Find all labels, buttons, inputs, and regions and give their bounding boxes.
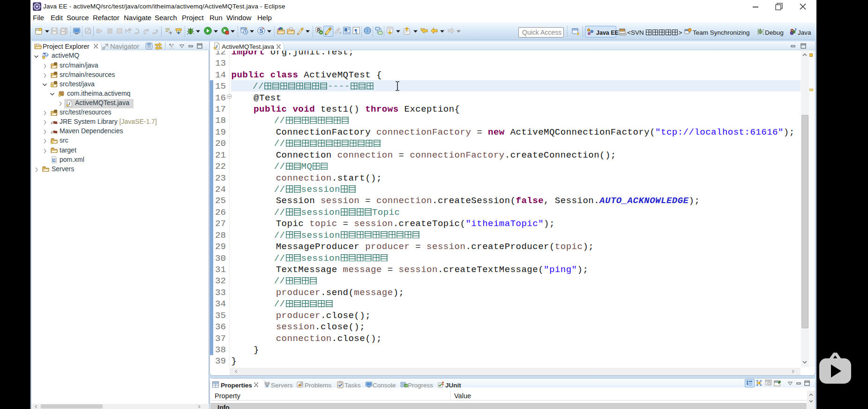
svg-text:M: M: [53, 159, 56, 162]
svg-text:S: S: [260, 28, 263, 34]
svg-text:¶: ¶: [354, 28, 357, 34]
